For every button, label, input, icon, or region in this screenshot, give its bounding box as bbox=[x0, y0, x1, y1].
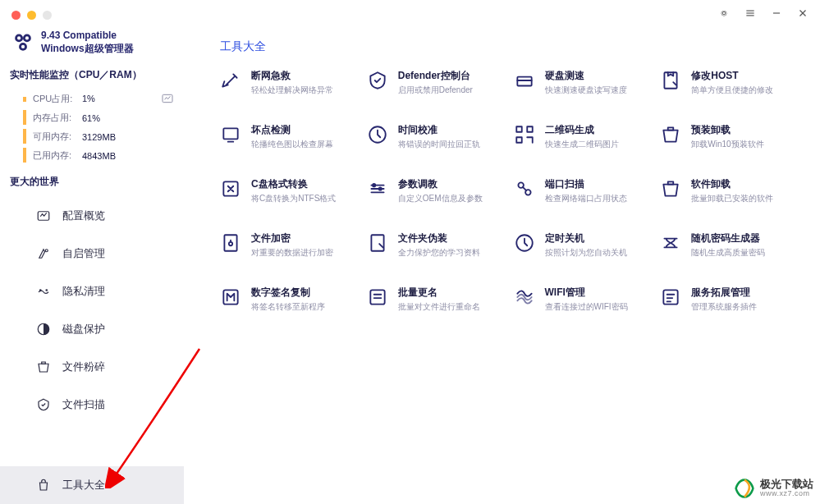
svg-rect-36 bbox=[224, 235, 236, 251]
tool-title: 二维码生成 bbox=[545, 123, 619, 137]
tool-19[interactable]: 服务拓展管理管理系统服务插件 bbox=[660, 286, 800, 312]
tool-icon bbox=[660, 178, 681, 199]
tool-title: 时间校准 bbox=[398, 123, 480, 137]
tool-4[interactable]: 坏点检测轮播纯色图以检查屏幕 bbox=[220, 123, 360, 149]
tool-icon bbox=[367, 286, 388, 308]
tool-desc: 检查网络端口占用状态 bbox=[545, 193, 627, 204]
tool-icon bbox=[514, 286, 535, 308]
tool-17[interactable]: 批量更名批量对文件进行重命名 bbox=[367, 286, 507, 312]
tool-desc: 自定义OEM信息及参数 bbox=[398, 193, 483, 204]
minimize-dot[interactable] bbox=[27, 11, 36, 20]
tool-desc: 查看连接过的WIFI密码 bbox=[545, 301, 628, 312]
maximize-dot[interactable] bbox=[43, 11, 52, 20]
close-icon[interactable] bbox=[797, 7, 809, 22]
tool-8[interactable]: C盘格式转换将C盘转换为NTFS格式 bbox=[220, 177, 360, 204]
nav-item-0[interactable]: 配置概览 bbox=[0, 197, 184, 235]
tool-1[interactable]: Defender控制台启用或禁用Defender bbox=[367, 69, 507, 95]
nav-icon bbox=[36, 397, 51, 412]
perf-avail: 可用内存: 3129MB bbox=[10, 127, 174, 146]
svg-point-12 bbox=[21, 44, 25, 48]
nav-item-5[interactable]: 文件扫描 bbox=[0, 386, 184, 424]
tool-2[interactable]: 硬盘测速快速测速硬盘读写速度 bbox=[514, 69, 654, 95]
tool-title: 文件夹伪装 bbox=[398, 231, 480, 245]
nav-icon bbox=[36, 284, 51, 299]
tool-title: 硬盘测速 bbox=[545, 69, 627, 83]
perf-cpu: CPU占用: 1% bbox=[10, 89, 174, 108]
tool-title: 预装卸载 bbox=[691, 123, 763, 137]
tool-desc: 轻松处理解决网络异常 bbox=[251, 85, 333, 95]
svg-point-0 bbox=[722, 11, 726, 15]
tool-0[interactable]: 断网急救轻松处理解决网络异常 bbox=[220, 69, 360, 95]
nav-label: 文件粉碎 bbox=[62, 360, 105, 374]
tool-16[interactable]: 数字签名复制将签名转移至新程序 bbox=[220, 286, 360, 312]
nav-tools[interactable]: 工具大全 bbox=[0, 466, 184, 504]
tool-icon bbox=[367, 178, 388, 199]
tool-desc: 管理系统服务插件 bbox=[691, 301, 757, 312]
tool-13[interactable]: 文件夹伪装全力保护您的学习资料 bbox=[367, 231, 507, 258]
tool-title: 批量更名 bbox=[398, 286, 480, 300]
tool-desc: 将C盘转换为NTFS格式 bbox=[251, 193, 336, 204]
tool-icon bbox=[660, 232, 681, 254]
svg-rect-38 bbox=[371, 235, 383, 251]
nav-label: 隐私清理 bbox=[62, 284, 105, 299]
nav-item-1[interactable]: 自启管理 bbox=[0, 235, 184, 273]
tool-desc: 全力保护您的学习资料 bbox=[398, 247, 480, 258]
chart-icon[interactable] bbox=[161, 92, 174, 105]
nav-label: 磁盘保护 bbox=[62, 322, 105, 337]
svg-rect-22 bbox=[223, 128, 237, 139]
perf-mem: 内存占用: 61% bbox=[10, 108, 174, 127]
menu-icon[interactable] bbox=[744, 7, 756, 22]
svg-point-32 bbox=[373, 184, 375, 186]
tool-5[interactable]: 时间校准将错误的时间拉回正轨 bbox=[367, 123, 507, 149]
tool-icon bbox=[514, 178, 535, 199]
brand: 9.43 Compatible Windows超级管理器 bbox=[0, 30, 184, 63]
tool-icon bbox=[367, 70, 388, 91]
tool-desc: 按照计划为您自动关机 bbox=[545, 247, 627, 258]
tool-desc: 卸载Win10预装软件 bbox=[691, 139, 763, 149]
nav-item-2[interactable]: 隐私清理 bbox=[0, 273, 184, 310]
tool-11[interactable]: 软件卸载批量卸载已安装的软件 bbox=[660, 177, 800, 204]
tool-icon bbox=[660, 124, 681, 145]
tool-title: 文件加密 bbox=[251, 231, 333, 245]
tool-14[interactable]: 定时关机按照计划为您自动关机 bbox=[514, 231, 654, 258]
tool-desc: 随机生成高质量密码 bbox=[691, 247, 765, 258]
tool-icon bbox=[220, 178, 241, 199]
minimize-icon[interactable] bbox=[771, 7, 782, 22]
close-dot[interactable] bbox=[11, 11, 21, 20]
watermark: 极光下载站 www.xz7.com bbox=[734, 478, 813, 499]
brand-line1: 9.43 Compatible bbox=[41, 30, 134, 43]
tool-12[interactable]: 文件加密对重要的数据进行加密 bbox=[220, 231, 360, 258]
nav-icon bbox=[36, 322, 51, 337]
tool-6[interactable]: 二维码生成快速生成二维码图片 bbox=[514, 123, 654, 149]
tool-desc: 简单方便且便捷的修改 bbox=[691, 85, 773, 95]
tool-3[interactable]: 修改HOST简单方便且便捷的修改 bbox=[660, 69, 800, 95]
tool-7[interactable]: 预装卸载卸载Win10预装软件 bbox=[660, 123, 800, 149]
tool-9[interactable]: 参数调教自定义OEM信息及参数 bbox=[367, 177, 507, 204]
tool-icon bbox=[514, 70, 535, 91]
tool-title: WIFI管理 bbox=[545, 286, 628, 300]
tool-desc: 启用或禁用Defender bbox=[398, 85, 473, 95]
tool-desc: 快速测速硬盘读写速度 bbox=[545, 85, 627, 95]
tool-title: 坏点检测 bbox=[251, 123, 333, 137]
tool-10[interactable]: 端口扫描检查网络端口占用状态 bbox=[514, 177, 654, 204]
watermark-cn: 极光下载站 bbox=[760, 479, 813, 490]
brand-logo-icon bbox=[11, 31, 34, 54]
world-header: 更大的世界 bbox=[0, 170, 184, 194]
perf-header: 实时性能监控（CPU／RAM） bbox=[0, 63, 184, 87]
svg-rect-26 bbox=[527, 126, 533, 132]
tool-icon bbox=[220, 70, 241, 91]
nav-item-3[interactable]: 磁盘保护 bbox=[0, 310, 184, 348]
tool-18[interactable]: WIFI管理查看连接过的WIFI密码 bbox=[514, 286, 654, 312]
tool-grid: 断网急救轻松处理解决网络异常Defender控制台启用或禁用Defender硬盘… bbox=[220, 69, 800, 312]
perf-panel: CPU占用: 1% 内存占用: 61% 可用内存: 3129MB 已用内存: 4… bbox=[0, 87, 184, 170]
tool-icon bbox=[220, 124, 241, 145]
nav-icon bbox=[36, 208, 51, 223]
settings-icon[interactable] bbox=[718, 7, 730, 22]
tool-15[interactable]: 随机密码生成器随机生成高质量密码 bbox=[660, 231, 800, 258]
nav-item-4[interactable]: 文件粉碎 bbox=[0, 348, 184, 386]
brand-line2: Windows超级管理器 bbox=[41, 43, 134, 56]
svg-point-15 bbox=[45, 250, 48, 252]
tool-desc: 批量卸载已安装的软件 bbox=[691, 193, 773, 204]
nav-label: 配置概览 bbox=[62, 208, 105, 223]
svg-rect-19 bbox=[517, 77, 531, 86]
